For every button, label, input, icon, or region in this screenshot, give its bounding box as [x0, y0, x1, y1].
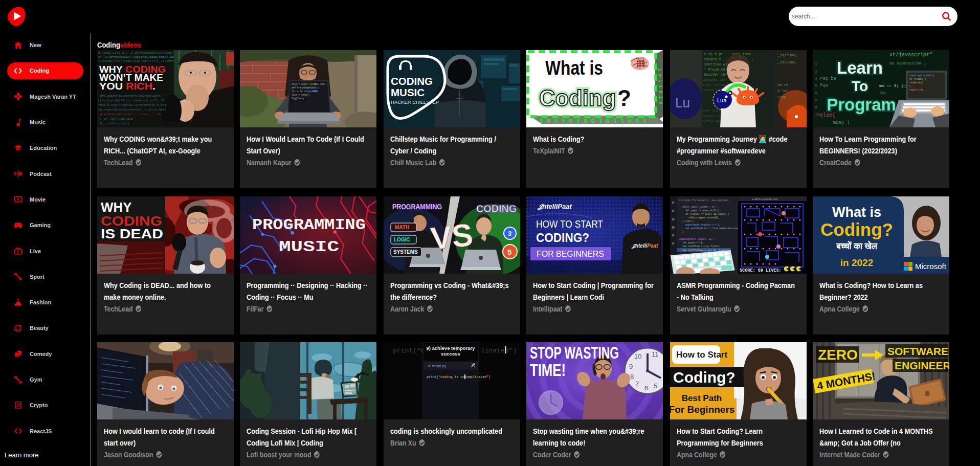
svg-text:SYSTEMS: SYSTEMS	[393, 249, 418, 255]
svg-text:6: 6	[644, 384, 648, 392]
svg-text:9) achieve temporary: 9) achieve temporary	[426, 345, 475, 351]
svg-text:while (quee.length > 0) {: while (quee.length > 0) {	[682, 206, 718, 208]
svg-text:export cfg: export cfg	[909, 88, 923, 91]
svg-text:1: 1	[815, 62, 817, 66]
svg-text:mm == 3) ||: mm == 3) ||	[879, 83, 906, 88]
svg-text:]; c=_.Ai();gp(wino: ]; c=_.Ai();gp(wino	[98, 117, 133, 121]
svg-text:print(“c: print(“c	[393, 347, 425, 354]
svg-text:9: 9	[629, 363, 633, 370]
svg-text:STOP WASTING: STOP WASTING	[530, 343, 619, 362]
svg-text:CODING: CODING	[476, 203, 517, 214]
svg-text:Microsoft: Microsoft	[915, 262, 947, 271]
svg-text:5: 5	[654, 382, 657, 390]
svg-text:4: 4	[815, 76, 817, 81]
svg-text:Coding?: Coding?	[820, 219, 893, 239]
svg-text:11: 11	[652, 350, 659, 358]
svg-text:in 2022: in 2022	[840, 257, 873, 268]
svg-text:refurn paper.curse(N);: refurn paper.curse(N);	[688, 216, 720, 219]
svg-text:let candifiers = op.forwch;: let candifiers = op.forwch;	[682, 245, 720, 248]
svg-text:let queps = [];: let queps = [];	[682, 241, 703, 244]
svg-text:8: 8	[815, 98, 817, 102]
svg-text:mDay |: mDay |	[833, 120, 850, 125]
svg-text:10: 10	[815, 112, 820, 117]
svg-text:What is: What is	[832, 205, 881, 220]
svg-text:loss = step(): loss = step()	[292, 94, 309, 96]
svg-text:CODING: CODING	[391, 75, 433, 87]
svg-text:WHY: WHY	[101, 199, 132, 215]
svg-text:VS: VS	[429, 217, 475, 256]
svg-text:ke re: ke re	[777, 83, 788, 87]
svg-text:} else {: } else {	[682, 220, 694, 223]
svg-text:PROGRAMMING: PROGRAMMING	[252, 216, 366, 234]
svg-text:PROGRAMMING: PROGRAMMING	[392, 202, 442, 211]
svg-text:LOGIC: LOGIC	[394, 237, 410, 242]
svg-text:xt/javascript”: xt/javascript”	[889, 52, 932, 58]
svg-text:For Beginners: For Beginners	[670, 404, 734, 415]
svg-text:licated”): licated”)	[481, 347, 517, 354]
svg-text:d ler: d ler	[777, 89, 788, 93]
svg-text:Coding: Coding	[539, 85, 616, 110]
svg-text:x=10: x=10	[312, 90, 318, 93]
svg-text:Coding?: Coding?	[673, 369, 736, 386]
svg-text:7: 7	[635, 380, 639, 388]
svg-text:la.removeEventListener{c.=.i}): la.removeEventListener{c.=.i});a.deta	[98, 108, 167, 112]
svg-text:let paper = quee.shift();: let paper = quee.shift();	[685, 209, 721, 212]
svg-text:Lua: Lua	[717, 97, 727, 103]
svg-text:Lu: Lu	[675, 95, 690, 110]
svg-text:To: To	[852, 78, 868, 94]
svg-text:<sc be: <sc be	[820, 76, 836, 81]
svg-text:;dMk.udEventListenerh.udEventL: ;dMk.udEventListenerh.udEventListe	[98, 94, 161, 98]
svg-text:TIME!: TIME!	[530, 360, 566, 380]
svg-text:1 0 1 1 0 1 0 0 1 0 1 1 0 0 1: 1 0 1 1 0 1 0 0 1 0 1 1 0 0 1	[540, 118, 647, 125]
svg-text:_stream_: _stream_	[777, 60, 797, 64]
svg-text:run(): run()	[312, 86, 319, 89]
svg-text:How to Start: How to Start	[676, 350, 727, 360]
svg-text:ction(o,c)[if(thi-.o)return nu: ction(o,c)[if(thi-.o)return null;if(	[98, 99, 165, 102]
svg-text:YOU RICH.: YOU RICH.	[99, 81, 155, 92]
svg-text:5: 5	[507, 248, 511, 256]
svg-text:3: 3	[508, 230, 511, 237]
svg-text:SOFTWARE: SOFTWARE	[887, 345, 948, 357]
svg-text:✕ script.py: ✕ script.py	[428, 364, 447, 368]
svg-text:HOW TO START: HOW TO START	[536, 218, 603, 230]
svg-text:Program: Program	[827, 95, 896, 114]
svg-text:ZERO: ZERO	[818, 347, 858, 363]
svg-text:(n,e)this.b=c;this.....prev...: (n,e)this.b=c;this.....prev.....fa	[98, 113, 161, 116]
svg-text:m.groups·fly·saved·() ·own·upg: m.groups·fly·saved·() ·own·upgrades	[679, 199, 729, 202]
svg-text:success: success	[441, 351, 460, 357]
svg-text:6: 6	[815, 91, 817, 95]
svg-text:9: 9	[815, 105, 817, 109]
svg-text:2: 2	[815, 69, 817, 74]
svg-text:const app = init(): const app = init()	[909, 74, 934, 77]
svg-text:_stream): _stream)	[777, 53, 797, 57]
svg-text:बच्चों का खेल: बच्चों का खेल	[836, 240, 878, 251]
svg-text:5: 5	[815, 83, 817, 88]
svg-text:ENGINEER: ENGINEER	[895, 360, 949, 371]
svg-text:CODING?: CODING?	[536, 231, 589, 245]
svg-text:● NESLA webplay.cool: ● NESLA webplay.cool	[752, 197, 777, 201]
svg-text:FodA: FodA	[777, 95, 787, 99]
svg-text:}: }	[909, 85, 911, 87]
svg-text:What is: What is	[545, 57, 603, 79]
svg-text:SCORE: 69 LIVES:: SCORE: 69 LIVES:	[740, 268, 782, 273]
svg-text:IS DEAD: IS DEAD	[101, 226, 163, 241]
svg-text:10: 10	[634, 352, 641, 360]
svg-text:if (ready) {: if (ready) {	[909, 78, 926, 80]
svg-text:MATH: MATH	[395, 225, 409, 230]
svg-text:mutoreachs keypole·t = 1;: mutoreachs keypole·t = 1;	[685, 224, 721, 226]
svg-text:30;: 30;	[879, 91, 886, 95]
svg-text:𝒥ntelliPaat: 𝒥ntelliPaat	[631, 243, 658, 249]
svg-text:HACKER CHILLSTEP: HACKER CHILLSTEP	[391, 99, 439, 105]
svg-text:𝒥ntelliPaat: 𝒥ntelliPaat	[537, 203, 572, 211]
svg-text:class App:: class App:	[312, 83, 326, 85]
svg-text:addNeighbors (paper, op.): addNeighbors (paper, op.)	[679, 238, 715, 240]
svg-text:8: 8	[630, 373, 634, 381]
svg-text:}: }	[682, 231, 684, 233]
svg-text:fun: fun	[820, 83, 828, 88]
svg-text:MUSIC: MUSIC	[279, 238, 339, 256]
svg-text:print(“coding is uncomplicated: print(“coding is uncomplicated”)	[427, 375, 491, 379]
svg-text:?: ?	[617, 85, 631, 110]
svg-text:(D,_.v)(functio:(: (D,_.v)(functio:(	[98, 122, 129, 125]
svg-text:log(loss): log(loss)	[292, 97, 304, 100]
svg-text:Best Path: Best Path	[682, 393, 722, 403]
